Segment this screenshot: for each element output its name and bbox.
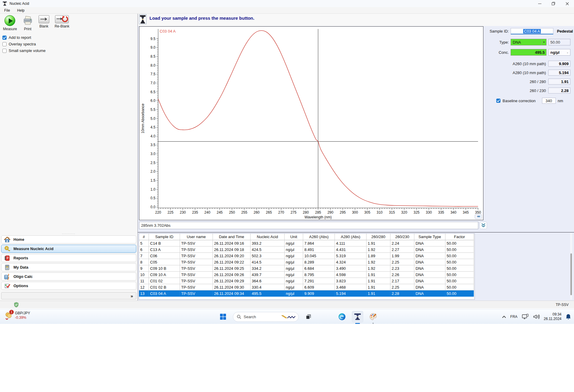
factor-field[interactable]: 50.00: [548, 39, 570, 45]
table-header-cell[interactable]: Sample ID: [149, 234, 180, 240]
table-expand-button[interactable]: [480, 222, 487, 229]
panel-splitter-handle[interactable]: ·········: [0, 233, 138, 235]
menu-help[interactable]: Help: [14, 8, 28, 13]
minimize-icon: [538, 4, 541, 4]
sidebar-item-options[interactable]: Options: [1, 282, 136, 290]
table-cell: 26.11.2024 09:25: [213, 265, 251, 272]
measure-options: Add to report Overlay spectra Small samp…: [2, 35, 46, 53]
add-to-report-checkbox[interactable]: Add to report: [2, 35, 46, 40]
baseline-correction-checkbox[interactable]: Baseline correction: [496, 99, 536, 103]
edge-browser-button[interactable]: [336, 311, 348, 322]
network-icon[interactable]: [522, 314, 529, 320]
table-cell: 50.00: [445, 246, 474, 253]
paint-app-button[interactable]: [367, 311, 379, 322]
measure-tape-icon: [4, 246, 10, 252]
taskbar-clock[interactable]: 09:34 26.11.2024: [544, 312, 561, 321]
table-header-cell[interactable]: A280 (Abs): [335, 234, 367, 240]
measure-label: Measure: [3, 27, 17, 31]
sample-id-input[interactable]: C03 04 A: [511, 28, 553, 34]
table-cell: 1.91: [367, 272, 390, 278]
title-bar: Nucleic Acid: [0, 0, 574, 7]
restore-button[interactable]: [546, 0, 560, 7]
svg-text:9.0: 9.0: [150, 45, 155, 50]
table-scrollbar[interactable]: [570, 233, 572, 300]
table-header-cell[interactable]: 260/230: [390, 234, 414, 240]
table-header-cell[interactable]: Sample Type: [414, 234, 445, 240]
table-cell: 2.25: [390, 284, 414, 290]
table-header-cell[interactable]: Factor: [445, 234, 474, 240]
overlay-spectra-checkbox[interactable]: Overlay spectra: [2, 42, 46, 46]
table-body: 5C14 BTP-SSV26.11.2024 09:16393.2ng/µl7.…: [139, 240, 474, 297]
cursor-readout: 285nm 3.702Abs: [139, 222, 478, 229]
table-cell: 50.00: [445, 265, 474, 272]
svg-text:235: 235: [192, 210, 198, 215]
a260-value: 9.909: [548, 61, 570, 67]
checkbox-icon: [2, 49, 7, 53]
system-tray: FRA 09:34 26.11.2024: [502, 309, 571, 324]
type-dropdown[interactable]: DNA ▼: [511, 39, 546, 45]
svg-text:315: 315: [389, 210, 395, 215]
sample-id-label: Sample ID:: [484, 29, 509, 33]
sidebar-item-my-data[interactable]: My Data: [1, 263, 136, 271]
taskbar-search[interactable]: Search: [233, 312, 299, 322]
table-cell: C13 A: [149, 246, 180, 253]
table-cell: 12: [139, 284, 149, 290]
sidebar-item-measure-nucleic-acid[interactable]: Measure Nucleic Acid: [1, 245, 136, 253]
sidebar-item-oligo-calc[interactable]: Oligo Calc: [1, 272, 136, 281]
small-sample-volume-checkbox[interactable]: Small sample volume: [2, 48, 46, 53]
sidebar-item-reports[interactable]: Reports: [1, 254, 136, 262]
table-header-cell[interactable]: 260/280: [367, 234, 390, 240]
table-header-cell[interactable]: #: [139, 234, 149, 240]
print-button[interactable]: Print: [21, 14, 34, 32]
measure-button[interactable]: Measure: [2, 14, 18, 32]
clock-date: 26.11.2024: [544, 317, 561, 321]
task-view-button[interactable]: [303, 311, 314, 322]
volume-icon[interactable]: [533, 314, 540, 319]
language-indicator[interactable]: FRA: [510, 315, 517, 319]
table-cell: TP-SSV: [180, 240, 213, 246]
table-header-cell[interactable]: Nucleic Acid: [251, 234, 285, 240]
sidebar-item-label: Measure Nucleic Acid: [13, 246, 54, 251]
options-icon: [4, 283, 10, 289]
svg-text:265: 265: [266, 210, 272, 215]
table-header-cell[interactable]: User name: [180, 234, 213, 240]
blank-button[interactable]: Blank: [37, 14, 51, 32]
close-button[interactable]: [560, 0, 574, 7]
reblank-arrow-icon: [55, 15, 69, 23]
start-button[interactable]: [217, 311, 229, 322]
minimize-button[interactable]: [533, 0, 546, 7]
chart-collapse-button[interactable]: ««: [475, 214, 482, 219]
table-cell: 502.3: [251, 253, 285, 259]
spectrum-chart[interactable]: 0.00.51.01.52.02.53.03.54.04.55.05.56.06…: [139, 27, 483, 220]
ratio-260-230-value: 2.28: [548, 88, 570, 94]
notification-bell-icon[interactable]: [566, 314, 571, 320]
tray-expand-chevron-icon[interactable]: [502, 315, 506, 318]
table-cell: 13: [139, 290, 149, 297]
table-header-cell[interactable]: Unit: [285, 234, 303, 240]
unit-dropdown[interactable]: ng/µl ⌄: [548, 49, 570, 56]
file-cabinet-icon: [4, 264, 10, 271]
widgets-button[interactable]: 1 GBP/JPY -0.39%: [5, 311, 30, 320]
table-header-cell[interactable]: A260 (Abs): [303, 234, 335, 240]
search-placeholder: Search: [244, 315, 256, 319]
svg-text:325: 325: [413, 210, 419, 215]
sidebar-item-home[interactable]: Home: [1, 235, 136, 244]
svg-text:295: 295: [340, 210, 346, 215]
unit-value: ng/µl: [550, 50, 560, 55]
table-cell: 364.6: [251, 278, 285, 284]
app-status-bar: TP-SSV: [0, 301, 574, 308]
table-cell: C01 02: [149, 278, 180, 284]
menu-file[interactable]: File: [1, 8, 13, 13]
reblank-button[interactable]: Re-Blank: [54, 14, 71, 32]
nucleic-acid-app-button[interactable]: [352, 311, 363, 322]
sidebar-collapse-bar[interactable]: »: [1, 292, 136, 299]
svg-text:270: 270: [278, 210, 284, 215]
svg-text:255: 255: [241, 210, 247, 215]
scrollbar-thumb[interactable]: [570, 253, 572, 295]
sidebar-item-label: Oligo Calc: [13, 274, 33, 279]
svg-text:275: 275: [291, 210, 297, 215]
table-header-cell[interactable]: Date and Time: [213, 234, 251, 240]
baseline-wavelength-field[interactable]: 340: [542, 98, 556, 104]
table-cell: ng/µl: [285, 246, 303, 253]
widget-pair: GBP/JPY: [15, 311, 30, 316]
